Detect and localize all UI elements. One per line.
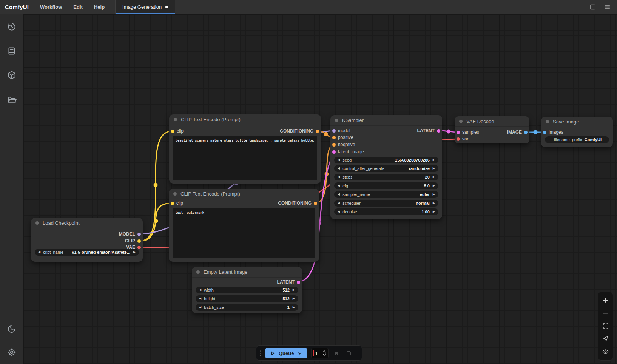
collapse-dot-icon[interactable] xyxy=(173,192,177,196)
theme-toggle-moon-icon[interactable] xyxy=(5,322,18,335)
prompt-textarea[interactable]: text, watermark xyxy=(173,208,315,258)
node-header-load-checkpoint[interactable]: Load Checkpoint xyxy=(31,218,143,228)
increment-arrow-icon[interactable]: ▶ xyxy=(433,184,435,187)
collapse-dot-icon[interactable] xyxy=(174,118,177,121)
widget-filename_prefix[interactable]: filename_prefixComfyUI xyxy=(545,136,609,143)
widget-batch_size[interactable]: ◀batch_size1▶ xyxy=(196,304,298,311)
input-port-positive[interactable] xyxy=(332,136,336,139)
select-mode-cursor-icon[interactable] xyxy=(601,334,610,343)
collapse-dot-icon[interactable] xyxy=(335,119,338,122)
decrement-arrow-icon[interactable]: ◀ xyxy=(338,167,340,170)
hamburger-menu-icon[interactable] xyxy=(604,3,611,11)
node-clip-text-encode-positive[interactable]: CLIP Text Encode (Prompt)clipCONDITIONIN… xyxy=(169,114,321,184)
queue-run-button[interactable]: Queue xyxy=(265,348,307,358)
decrement-arrow-icon[interactable]: ◀ xyxy=(338,184,340,187)
node-header-save-image[interactable]: Save Image xyxy=(541,117,613,127)
increment-arrow-icon[interactable]: ▶ xyxy=(433,202,435,205)
widget-height[interactable]: ◀height512▶ xyxy=(196,295,298,302)
node-header-clip-text-encode-positive[interactable]: CLIP Text Encode (Prompt) xyxy=(169,114,321,125)
output-slot-LATENT: LATENT xyxy=(417,127,442,134)
node-header-ksampler[interactable]: KSampler xyxy=(330,115,442,126)
zoom-in-icon[interactable] xyxy=(601,296,610,305)
increment-arrow-icon[interactable]: ▶ xyxy=(293,297,295,300)
decrement-arrow-icon[interactable]: ◀ xyxy=(338,202,340,205)
output-port-LATENT[interactable] xyxy=(437,129,440,133)
node-vae-decode[interactable]: VAE DecodesamplesvaeIMAGE xyxy=(455,116,529,143)
workflows-folder-icon[interactable] xyxy=(5,93,18,106)
queue-icon[interactable] xyxy=(5,45,18,57)
increment-arrow-icon[interactable]: ▶ xyxy=(293,306,295,309)
clear-queue-x-icon[interactable] xyxy=(332,350,341,356)
node-graph-canvas[interactable] xyxy=(23,14,617,364)
decrement-arrow-icon[interactable]: ◀ xyxy=(338,159,340,162)
fit-view-icon[interactable] xyxy=(601,321,610,330)
prompt-textarea[interactable]: beautiful scenery nature glass bottle la… xyxy=(173,136,317,180)
node-header-clip-text-encode-negative[interactable]: CLIP Text Encode (Prompt) xyxy=(169,189,319,199)
input-port-images[interactable] xyxy=(543,131,546,134)
node-ksampler[interactable]: KSamplermodelpositivenegativelatent_imag… xyxy=(330,115,442,219)
increment-arrow-icon[interactable]: ▶ xyxy=(293,288,295,292)
increment-arrow-icon[interactable]: ▶ xyxy=(433,176,435,179)
increment-arrow-icon[interactable]: ▶ xyxy=(433,167,435,170)
output-port-MODEL[interactable] xyxy=(137,233,141,236)
increment-arrow-icon[interactable]: ▶ xyxy=(133,251,136,254)
output-port-IMAGE[interactable] xyxy=(524,131,528,134)
spinner-down-icon[interactable] xyxy=(322,353,326,356)
node-load-checkpoint[interactable]: Load CheckpointMODELCLIPVAE◀ckpt_namev1-… xyxy=(31,218,143,262)
decrement-arrow-icon[interactable]: ◀ xyxy=(338,176,340,179)
increment-arrow-icon[interactable]: ▶ xyxy=(433,210,435,213)
input-port-negative[interactable] xyxy=(332,143,336,147)
zoom-out-icon[interactable] xyxy=(601,309,610,318)
node-save-image[interactable]: Save Imageimagesfilename_prefixComfyUI xyxy=(541,117,613,147)
widget-steps[interactable]: ◀steps20▶ xyxy=(334,174,438,180)
widget-width[interactable]: ◀width512▶ xyxy=(196,287,298,293)
input-port-clip[interactable] xyxy=(171,202,174,205)
drag-handle-icon[interactable] xyxy=(260,350,261,356)
node-empty-latent-image[interactable]: Empty Latent ImageLATENT◀width512▶◀heigh… xyxy=(192,267,302,313)
increment-arrow-icon[interactable]: ▶ xyxy=(433,159,435,162)
collapse-dot-icon[interactable] xyxy=(459,120,463,123)
bottom-panel-icon[interactable] xyxy=(589,3,596,11)
menu-edit[interactable]: Edit xyxy=(73,4,83,10)
output-port-LATENT[interactable] xyxy=(297,281,300,284)
input-port-latent_image[interactable] xyxy=(332,150,336,154)
output-port-CONDITIONING[interactable] xyxy=(316,130,319,133)
decrement-arrow-icon[interactable]: ◀ xyxy=(338,193,340,196)
widget-control_after_generate[interactable]: ◀control_after_generaterandomize▶ xyxy=(334,165,438,172)
decrement-arrow-icon[interactable]: ◀ xyxy=(199,297,201,300)
decrement-arrow-icon[interactable]: ◀ xyxy=(38,251,40,254)
decrement-arrow-icon[interactable]: ◀ xyxy=(199,306,201,309)
stop-square-icon[interactable] xyxy=(344,350,353,356)
node-header-vae-decode[interactable]: VAE Decode xyxy=(455,116,529,127)
node-library-icon[interactable] xyxy=(5,69,18,82)
decrement-arrow-icon[interactable]: ◀ xyxy=(338,210,340,213)
input-port-vae[interactable] xyxy=(457,137,460,141)
input-port-clip[interactable] xyxy=(171,130,174,133)
batch-count-input[interactable]: 1 xyxy=(311,348,329,358)
history-icon[interactable] xyxy=(5,20,18,33)
output-port-CONDITIONING[interactable] xyxy=(314,202,317,205)
input-port-model[interactable] xyxy=(332,129,336,133)
widget-ckpt_name[interactable]: ◀ckpt_namev1-5-pruned-emaonly.safete...▶ xyxy=(35,249,139,256)
settings-gear-icon[interactable] xyxy=(5,346,18,359)
output-port-CLIP[interactable] xyxy=(137,239,141,243)
increment-arrow-icon[interactable]: ▶ xyxy=(433,193,435,196)
collapse-dot-icon[interactable] xyxy=(196,270,200,274)
input-port-samples[interactable] xyxy=(457,131,460,134)
toggle-visibility-eye-icon[interactable] xyxy=(601,347,610,356)
widget-denoise[interactable]: ◀denoise1.00▶ xyxy=(334,208,438,215)
widget-cfg[interactable]: ◀cfg8.0▶ xyxy=(334,182,438,189)
widget-seed[interactable]: ◀seed156680208700286▶ xyxy=(334,157,438,163)
decrement-arrow-icon[interactable]: ◀ xyxy=(199,288,201,292)
widget-scheduler[interactable]: ◀schedulernormal▶ xyxy=(334,200,438,207)
node-header-empty-latent-image[interactable]: Empty Latent Image xyxy=(192,267,302,278)
widget-sampler_name[interactable]: ◀sampler_nameeuler▶ xyxy=(334,191,438,198)
collapse-dot-icon[interactable] xyxy=(546,120,549,123)
spinner-up-icon[interactable] xyxy=(322,350,326,353)
menu-help[interactable]: Help xyxy=(94,4,105,10)
node-clip-text-encode-negative[interactable]: CLIP Text Encode (Prompt)clipCONDITIONIN… xyxy=(169,189,319,262)
output-port-VAE[interactable] xyxy=(137,246,141,249)
menu-workflow[interactable]: Workflow xyxy=(40,4,62,10)
tab-image-generation[interactable]: Image Generation xyxy=(115,0,175,14)
collapse-dot-icon[interactable] xyxy=(35,221,39,225)
